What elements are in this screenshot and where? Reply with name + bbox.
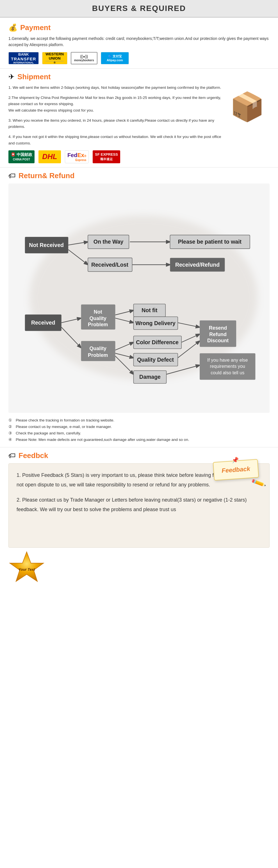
page-header: BUYERS & REQUIRED xyxy=(0,0,278,18)
svg-text:Discount: Discount xyxy=(207,338,229,343)
refund-note-2: ② Please contact us by meesage, e-mail, … xyxy=(8,424,270,430)
payment-icon: 💰 xyxy=(8,23,18,32)
shipment-icon: ✈ xyxy=(8,72,14,81)
refund-note-4: ④ Please Note: Men made defects are not … xyxy=(8,437,270,443)
svg-text:requirements you: requirements you xyxy=(210,364,245,369)
page-title: BUYERS & REQUIRED xyxy=(0,4,278,13)
refund-notes: ① Please check the tracking in formation… xyxy=(8,417,270,443)
refund-note-2-text: Please contact us by meesage, e-mail, or… xyxy=(16,424,112,430)
shipment-para-4: 4. If you have not got it within the shi… xyxy=(8,134,224,146)
svg-text:Received/Refund: Received/Refund xyxy=(175,261,219,268)
fedex-logo: FedEx® Express xyxy=(65,150,89,163)
svg-text:Resend: Resend xyxy=(209,325,227,331)
svg-text:Not fit: Not fit xyxy=(142,307,158,313)
svg-text:could also tell us: could also tell us xyxy=(211,370,244,375)
svg-text:Quality: Quality xyxy=(89,315,106,321)
svg-text:Not Received: Not Received xyxy=(29,242,64,248)
refund-icon: 🏷 xyxy=(8,172,16,180)
refund-note-3-num: ③ xyxy=(8,430,14,437)
payment-description: 1.Generally, we accept the following pay… xyxy=(8,35,270,48)
feedback-heading: Feedbck xyxy=(19,451,48,460)
alipay-logo: 🔷 支付宝 Alipay.com xyxy=(101,52,129,64)
svg-text:If you have any else: If you have any else xyxy=(207,357,248,362)
feedback-section-title: 🏷 Feedbck xyxy=(8,451,270,460)
shipment-section-title: ✈ Shipment xyxy=(8,72,270,81)
feedback-icon: 🏷 xyxy=(8,451,16,460)
refund-note-1-num: ① xyxy=(8,417,14,424)
dhl-logo: DHL xyxy=(38,150,61,163)
refund-flowchart-svg: Not Received On the Way Please be patien… xyxy=(11,188,267,407)
svg-text:Quality: Quality xyxy=(89,346,106,351)
refund-note-3: ③ Check the package and Item, carefully. xyxy=(8,430,270,437)
svg-text:Problem: Problem xyxy=(88,352,108,358)
refund-note-1-text: Please check the tracking in formation o… xyxy=(16,417,114,424)
refund-note-1: ① Please check the tracking in formation… xyxy=(8,417,270,424)
shipment-para-1: 1. We will sent the items within 2-5days… xyxy=(8,85,224,91)
feedback-note: 📌 Feedback ✏️ xyxy=(213,459,259,480)
refund-note-3-text: Check the package and Item, carefully. xyxy=(16,430,81,437)
shipment-text: 1. We will sent the items within 2-5days… xyxy=(8,85,224,163)
payment-heading: Payment xyxy=(20,23,50,32)
payment-logos: BANK TRANSFER INTERNATIONAL WESTERN UNIO… xyxy=(8,52,270,64)
svg-text:Wrong Delivery: Wrong Delivery xyxy=(135,320,175,326)
chinapost-logo: 📮 中国邮政 CHINA POST xyxy=(8,150,35,163)
shipment-heading: Shipment xyxy=(18,72,50,81)
shipment-content: 1. We will sent the items within 2-5days… xyxy=(8,85,270,163)
svg-text:Damage: Damage xyxy=(139,374,161,380)
feedback-section: 🏷 Feedbck 📌 Feedback ✏️ 1. Positive Feed… xyxy=(0,448,278,593)
shipment-para-3: 3. When you receive the items you ordere… xyxy=(8,118,224,130)
svg-text:On the Way: On the Way xyxy=(94,239,124,245)
svg-text:Quality Defect: Quality Defect xyxy=(137,356,174,363)
refund-heading: Return& Refund xyxy=(19,172,74,180)
feedback-visual-area: 📌 Feedback ✏️ 1. Positive Feedback (5 St… xyxy=(8,463,270,548)
svg-text:Problem: Problem xyxy=(88,322,108,328)
svg-text:Please be patient to wait: Please be patient to wait xyxy=(178,239,242,245)
gold-star-svg: Your Text xyxy=(8,551,45,587)
shipment-section: ✈ Shipment 1. We will sent the items wit… xyxy=(0,70,278,166)
feedback-note-label: Feedback xyxy=(220,465,252,475)
shipping-logos: 📮 中国邮政 CHINA POST DHL FedEx® Express xyxy=(8,150,224,163)
svg-marker-53 xyxy=(10,552,43,581)
refund-flowchart-container: Not Received On the Way Please be patien… xyxy=(8,184,270,413)
gold-badge-area: Your Text xyxy=(8,551,270,587)
shipment-image: 📦 xyxy=(224,85,270,163)
feedback-para-2: 2. Please contact us by Trade Manager or… xyxy=(16,495,262,514)
gold-badge: Your Text xyxy=(8,551,45,587)
svg-text:Received: Received xyxy=(31,319,55,326)
western-union-logo: WESTERN UNION ® xyxy=(42,52,67,64)
svg-text:Refund: Refund xyxy=(209,331,227,337)
svg-text:Not: Not xyxy=(94,309,102,315)
svg-text:Color Difference: Color Difference xyxy=(136,339,179,345)
sf-logo: SF EXPRESS 顺丰速运 xyxy=(93,150,120,163)
moneybookers-logo: ((●)) moneybookers xyxy=(71,52,98,64)
payment-section-title: 💰 Payment xyxy=(8,23,270,32)
bank-transfer-logo: BANK TRANSFER INTERNATIONAL xyxy=(8,52,39,64)
refund-note-4-text: Please Note: Men made defects are not gu… xyxy=(16,437,189,443)
svg-text:Received/Lost: Received/Lost xyxy=(91,261,129,268)
page-wrapper: BUYERS & REQUIRED 💰 Payment 1.Generally,… xyxy=(0,0,278,593)
svg-text:Your Text: Your Text xyxy=(19,567,35,571)
payment-section: 💰 Payment 1.Generally, we accept the fol… xyxy=(0,18,278,67)
shipment-para-2: 2.The shipment by China Post Registered … xyxy=(8,95,224,114)
refund-note-2-num: ② xyxy=(8,424,14,430)
refund-section: 🏷 Return& Refund xyxy=(0,168,278,446)
refund-note-4-num: ④ xyxy=(8,437,14,443)
refund-section-title: 🏷 Return& Refund xyxy=(8,172,270,180)
